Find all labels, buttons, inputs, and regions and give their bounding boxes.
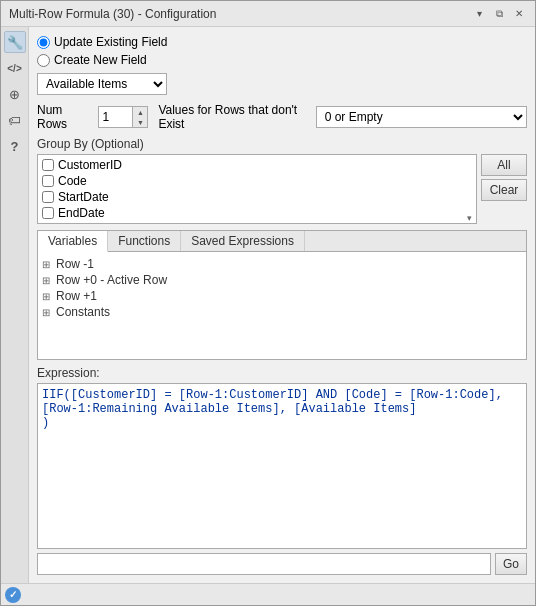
clear-button[interactable]: Clear xyxy=(481,179,527,201)
expand-icon: ⊞ xyxy=(42,275,54,286)
create-new-label: Create New Field xyxy=(54,53,147,67)
globe-icon[interactable]: ⊕ xyxy=(4,83,26,105)
customerid-checkbox[interactable] xyxy=(42,159,54,171)
group-by-section: Group By (Optional) CustomerID Code xyxy=(37,137,527,224)
status-ok-icon: ✓ xyxy=(5,587,21,603)
bottom-search-input[interactable] xyxy=(37,553,491,575)
list-item: CustomerID xyxy=(40,157,474,173)
all-button[interactable]: All xyxy=(481,154,527,176)
spin-down-button[interactable]: ▼ xyxy=(133,117,147,127)
float-button[interactable]: ⧉ xyxy=(491,6,507,22)
expression-textarea[interactable]: IIF([CustomerID] = [Row-1:CustomerID] AN… xyxy=(37,383,527,549)
list-item: StartDate xyxy=(40,189,474,205)
expression-section: Expression: IIF([CustomerID] = [Row-1:Cu… xyxy=(37,366,527,549)
num-rows-row: Num Rows ▲ ▼ Values for Rows that don't … xyxy=(37,103,527,131)
update-existing-row: Update Existing Field xyxy=(37,35,527,49)
tree-item-constants[interactable]: ⊞ Constants xyxy=(42,304,522,320)
title-bar: Multi-Row Formula (30) - Configuration ▾… xyxy=(1,1,535,27)
startdate-label: StartDate xyxy=(58,190,109,204)
tree-item-row-minus1[interactable]: ⊞ Row -1 xyxy=(42,256,522,272)
num-rows-field[interactable] xyxy=(99,107,133,127)
wrench-icon[interactable]: 🔧 xyxy=(4,31,26,53)
spin-buttons: ▲ ▼ xyxy=(133,107,147,127)
num-rows-input-group: ▲ ▼ xyxy=(98,106,148,128)
sidebar: 🔧 </> ⊕ 🏷 ? xyxy=(1,27,29,583)
tabs-header: Variables Functions Saved Expressions xyxy=(38,231,526,252)
group-by-panel: CustomerID Code StartDate xyxy=(37,154,527,224)
tree-label: Row +1 xyxy=(56,289,97,303)
field-dropdown-row: Available Items xyxy=(37,73,527,95)
tree-item-row-active[interactable]: ⊞ Row +0 - Active Row xyxy=(42,272,522,288)
go-button[interactable]: Go xyxy=(495,553,527,575)
startdate-checkbox[interactable] xyxy=(42,191,54,203)
update-existing-label: Update Existing Field xyxy=(54,35,167,49)
tree-label: Constants xyxy=(56,305,110,319)
content-area: Update Existing Field Create New Field A… xyxy=(29,27,535,583)
group-by-buttons: All Clear xyxy=(481,154,527,224)
update-existing-radio[interactable] xyxy=(37,36,50,49)
list-item: EndDate xyxy=(40,205,474,221)
title-bar-controls: ▾ ⧉ ✕ xyxy=(471,6,527,22)
create-new-row: Create New Field xyxy=(37,53,527,67)
code-checkbox[interactable] xyxy=(42,175,54,187)
num-rows-label: Num Rows xyxy=(37,103,88,131)
tag-icon[interactable]: 🏷 xyxy=(4,109,26,131)
enddate-label: EndDate xyxy=(58,206,105,220)
group-by-list-inner: CustomerID Code StartDate xyxy=(38,155,476,223)
tab-saved-expressions[interactable]: Saved Expressions xyxy=(181,231,305,251)
group-by-label: Group By (Optional) xyxy=(37,137,527,151)
code-icon[interactable]: </> xyxy=(4,57,26,79)
tabs-section: Variables Functions Saved Expressions ⊞ … xyxy=(37,230,527,360)
update-mode-group: Update Existing Field Create New Field xyxy=(37,35,527,67)
expand-icon: ⊞ xyxy=(42,259,54,270)
main-window: Multi-Row Formula (30) - Configuration ▾… xyxy=(0,0,536,606)
list-item: Code xyxy=(40,173,474,189)
close-button[interactable]: ✕ xyxy=(511,6,527,22)
tree-item-row-plus1[interactable]: ⊞ Row +1 xyxy=(42,288,522,304)
tab-functions[interactable]: Functions xyxy=(108,231,181,251)
spin-up-button[interactable]: ▲ xyxy=(133,107,147,117)
scroll-down-icon[interactable]: ▾ xyxy=(462,213,476,223)
field-dropdown[interactable]: Available Items xyxy=(37,73,167,95)
expression-label: Expression: xyxy=(37,366,527,380)
pin-button[interactable]: ▾ xyxy=(471,6,487,22)
customerid-label: CustomerID xyxy=(58,158,122,172)
values-label: Values for Rows that don't Exist xyxy=(158,103,305,131)
tree-label: Row -1 xyxy=(56,257,94,271)
status-bar: ✓ xyxy=(1,583,535,605)
group-by-list[interactable]: CustomerID Code StartDate xyxy=(37,154,477,224)
tree-label: Row +0 - Active Row xyxy=(56,273,167,287)
code-label: Code xyxy=(58,174,87,188)
bottom-bar: Go xyxy=(37,553,527,575)
window-title: Multi-Row Formula (30) - Configuration xyxy=(9,7,216,21)
enddate-checkbox[interactable] xyxy=(42,207,54,219)
values-dropdown[interactable]: 0 or Empty Null xyxy=(316,106,527,128)
expand-icon: ⊞ xyxy=(42,307,54,318)
tabs-content: ⊞ Row -1 ⊞ Row +0 - Active Row ⊞ Row +1 … xyxy=(38,252,526,359)
help-icon[interactable]: ? xyxy=(4,135,26,157)
main-layout: 🔧 </> ⊕ 🏷 ? Update Existing Field Create… xyxy=(1,27,535,583)
create-new-radio[interactable] xyxy=(37,54,50,67)
expand-icon: ⊞ xyxy=(42,291,54,302)
tab-variables[interactable]: Variables xyxy=(38,231,108,252)
